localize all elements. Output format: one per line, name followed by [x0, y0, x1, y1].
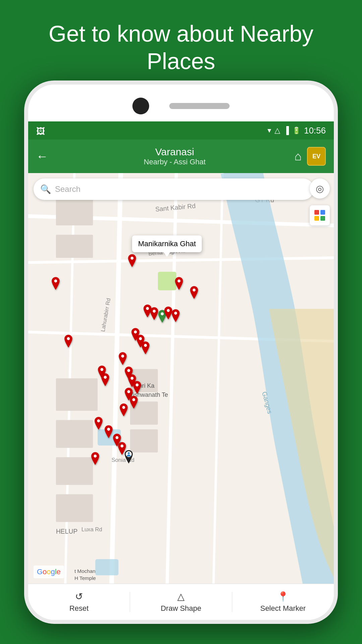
signal-icon: △	[275, 126, 280, 135]
camera-dot	[132, 98, 149, 114]
svg-rect-17	[56, 198, 93, 225]
app-subtitle: Nearby - Assi Ghat	[55, 158, 294, 166]
status-icons: ▾ △ ▐ 🔋 10:56	[267, 125, 326, 136]
reset-label: Reset	[69, 604, 88, 613]
phone-frame: 🖼 ▾ △ ▐ 🔋 10:56 ← Varanasi Nearby - Assi…	[24, 80, 338, 624]
svg-point-50	[127, 390, 130, 393]
heading-line1: Get to know about Nearby	[49, 21, 313, 46]
google-logo: Google	[34, 566, 64, 578]
svg-point-45	[121, 355, 124, 358]
map-pin[interactable]	[173, 277, 185, 293]
svg-point-58	[121, 444, 124, 447]
svg-rect-16	[95, 559, 118, 575]
app-title: Varanasi	[55, 146, 294, 158]
svg-rect-23	[56, 420, 93, 448]
grid-dot-green	[320, 216, 325, 221]
svg-rect-18	[56, 235, 93, 258]
search-bar[interactable]: 🔍 Search	[34, 178, 314, 200]
user-location-pin[interactable]	[122, 450, 135, 468]
svg-point-33	[131, 257, 134, 260]
svg-point-44	[144, 344, 147, 347]
status-bar: 🖼 ▾ △ ▐ 🔋 10:56	[28, 121, 334, 140]
map-container[interactable]: Sant Kabir Rd Benia Bagh Rd Lahurabirr R…	[28, 173, 334, 584]
svg-point-41	[174, 312, 177, 315]
svg-point-36	[193, 288, 196, 291]
heading-line2: Places	[147, 48, 215, 74]
grid-dot-red	[314, 210, 319, 215]
svg-text:H Temple: H Temple	[74, 575, 96, 581]
draw-shape-icon: △	[177, 591, 185, 602]
svg-point-38	[153, 310, 156, 313]
search-placeholder: Search	[55, 184, 80, 194]
screen: 🖼 ▾ △ ▐ 🔋 10:56 ← Varanasi Nearby - Assi…	[28, 121, 334, 620]
home-icon[interactable]: ⌂	[294, 149, 302, 163]
grid-dot-blue	[320, 210, 325, 215]
svg-point-35	[178, 279, 181, 282]
bottom-toolbar: ↺ Reset △ Draw Shape 📍 Select Marker	[28, 584, 334, 620]
svg-point-57	[116, 436, 119, 439]
svg-point-42	[134, 330, 137, 333]
map-pin[interactable]	[118, 404, 130, 420]
svg-point-59	[94, 454, 97, 458]
reset-icon: ↺	[75, 591, 83, 602]
map-pin[interactable]	[89, 452, 101, 468]
select-marker-icon: 📍	[277, 591, 289, 602]
draw-shape-button[interactable]: △ Draw Shape	[130, 584, 232, 620]
svg-rect-19	[56, 378, 98, 411]
svg-rect-24	[56, 457, 93, 485]
svg-point-46	[67, 337, 70, 340]
select-marker-label: Select Marker	[260, 604, 306, 613]
svg-text:HELUP: HELUP	[56, 528, 77, 535]
phone-inner: 🖼 ▾ △ ▐ 🔋 10:56 ← Varanasi Nearby - Assi…	[28, 85, 334, 620]
map-background: Sant Kabir Rd Benia Bagh Rd Lahurabirr R…	[28, 173, 334, 584]
svg-point-61	[128, 452, 130, 454]
svg-point-49	[136, 383, 139, 386]
search-icon: 🔍	[40, 184, 51, 195]
photo-icon: 🖼	[36, 126, 45, 137]
svg-point-47	[127, 369, 130, 372]
select-marker-button[interactable]: 📍 Select Marker	[232, 584, 334, 620]
app-bar-actions: ⌂ EV	[294, 147, 326, 166]
svg-point-54	[104, 376, 107, 379]
svg-point-51	[132, 398, 135, 401]
map-info-popup[interactable]: Manikarnika Ghat	[132, 235, 202, 252]
location-button[interactable]: ◎	[310, 178, 330, 199]
camera-area	[28, 93, 334, 119]
map-pin[interactable]	[139, 341, 152, 358]
map-pin[interactable]	[126, 254, 138, 270]
signal-bar-icon: ▐	[284, 126, 289, 135]
map-pin[interactable]	[170, 309, 182, 325]
svg-point-48	[131, 377, 134, 380]
draw-shape-label: Draw Shape	[161, 604, 201, 613]
back-button[interactable]: ←	[36, 149, 48, 163]
speaker-bar	[169, 103, 230, 109]
wifi-icon: ▾	[267, 126, 271, 135]
svg-rect-22	[130, 429, 158, 452]
map-pin[interactable]	[188, 286, 200, 302]
app-bar: ← Varanasi Nearby - Assi Ghat ⌂ EV	[28, 140, 334, 173]
battery-icon: 🔋	[292, 126, 301, 135]
svg-point-43	[139, 337, 142, 340]
svg-text:t Mochan: t Mochan	[74, 568, 95, 574]
map-pin[interactable]	[62, 335, 74, 351]
svg-point-34	[54, 279, 57, 282]
svg-rect-25	[56, 494, 93, 522]
status-time: 10:56	[304, 125, 326, 136]
ev-badge[interactable]: EV	[307, 147, 326, 166]
map-pin[interactable]	[50, 277, 62, 293]
svg-point-53	[101, 368, 104, 371]
grid-dot-yellow	[314, 216, 319, 221]
map-pin[interactable]	[117, 352, 129, 368]
reset-button[interactable]: ↺ Reset	[28, 584, 130, 620]
app-bar-title: Varanasi Nearby - Assi Ghat	[55, 146, 294, 166]
svg-point-55	[97, 419, 100, 422]
page-heading: Get to know about Nearby Places	[0, 20, 362, 75]
svg-text:Luxa Rd: Luxa Rd	[81, 526, 102, 533]
grid-button[interactable]	[310, 205, 330, 225]
svg-point-56	[107, 428, 110, 431]
grid-dots	[312, 207, 328, 223]
map-pin[interactable]	[99, 373, 111, 389]
svg-point-52	[122, 406, 125, 409]
